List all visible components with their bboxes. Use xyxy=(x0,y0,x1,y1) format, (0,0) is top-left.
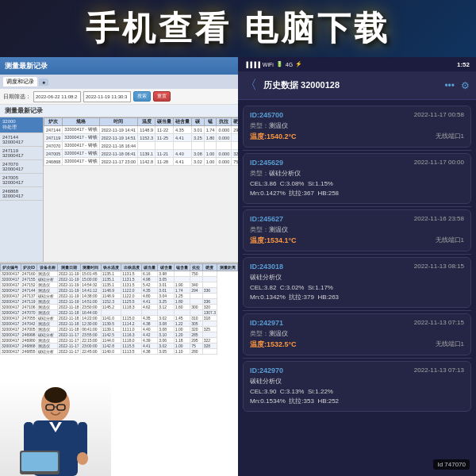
record-type-2: 类型：测温仪 xyxy=(250,225,464,234)
sh-col-9: 锰含量 xyxy=(174,264,190,271)
spreadsheet-cell-9: 1.00 xyxy=(174,344,190,349)
reset-button[interactable]: 重置 xyxy=(153,91,171,102)
settings-icon[interactable]: ⚙ xyxy=(461,80,470,91)
spreadsheet-cell-9: 1.00 xyxy=(174,327,190,332)
svg-rect-10 xyxy=(21,452,58,471)
spreadsheet-row: 32000417247152测温仪2022-11-1914:54:321135.… xyxy=(1,282,238,288)
furnace-item-5[interactable]: 24686832000417 xyxy=(0,187,43,201)
spreadsheet-cell-11 xyxy=(202,349,217,355)
table-cell-2: 2022-11-19 14:41 xyxy=(99,126,137,134)
more-icon[interactable]: ••• xyxy=(444,80,455,91)
spreadsheet-cell-8 xyxy=(158,310,174,316)
spreadsheet-cell-8: 3.10 xyxy=(158,332,174,338)
spreadsheet-cell-0: 32000417 xyxy=(1,294,21,299)
furnace-item-4[interactable]: 24700532000417 xyxy=(0,174,43,187)
spreadsheet-cell-6: 1115.0 xyxy=(121,316,142,321)
date-input-1[interactable]: 2022-06-22 11:08:2 xyxy=(33,91,81,102)
record-id-3: ID:243018 xyxy=(250,263,283,271)
furnace-item-2[interactable]: 24711932000417 xyxy=(0,147,43,160)
spreadsheet-cell-8: 3.12 xyxy=(158,305,174,310)
col-c: 碳 xyxy=(191,118,204,126)
record-data-5: CEL:3.90 C:3.13% Si:1.22% xyxy=(250,387,464,397)
spreadsheet-cell-9: 1.74 xyxy=(174,288,190,294)
record-id-5: ID:242970 xyxy=(250,367,283,374)
date-input-2[interactable]: 2022-11-19 11:30:3 xyxy=(83,91,131,102)
table-cell-0: 247070 xyxy=(44,142,63,150)
spreadsheet-cell-6: 1115.5 xyxy=(121,344,142,349)
spreadsheet-cell-11: 322 xyxy=(202,338,217,344)
table-cell-7: 1.74 xyxy=(204,126,217,134)
spreadsheet-cell-3: 2022-11-19 xyxy=(57,294,80,299)
spreadsheet-cell-1: 247144 xyxy=(21,288,36,294)
spreadsheet-cell-10 xyxy=(190,299,202,305)
record-data-row-0: 温度:1540.2°C 无线端口1 xyxy=(250,132,464,142)
spreadsheet-cell-6: 1113.5 xyxy=(121,349,142,355)
spreadsheet-cell-6: 1131.5 xyxy=(121,282,142,288)
record-card-5: ID:242970 2022-11-13 07:13 碳硅分析仪 CEL:3.9… xyxy=(243,361,471,412)
table-row: 24686832000417 - 铸铁2022-11-17 23:001142.… xyxy=(44,158,239,166)
record-datetime-5: 2022-11-13 07:13 xyxy=(414,367,464,374)
table-cell-5 xyxy=(173,142,191,150)
spreadsheet-cell-3: 2022-11-17 xyxy=(57,332,80,338)
divider-3 xyxy=(243,310,471,311)
spreadsheet-cell-11 xyxy=(202,271,217,277)
furnace-item-3[interactable]: 24707032000417 xyxy=(0,160,43,174)
spreadsheet-cell-0: 32000417 xyxy=(1,338,21,344)
furnace-item-1[interactable]: 24714432000417 xyxy=(0,133,43,147)
record-type-3: 碳硅分析仪 xyxy=(250,273,464,282)
record-id-0: ID:245700 xyxy=(250,111,283,119)
table-cell-0: 247005 xyxy=(44,150,63,158)
record-datetime-3: 2022-11-13 08:15 xyxy=(414,263,464,270)
table-row: 24714432000417 - 铸铁2022-11-19 14:411148.… xyxy=(44,126,239,134)
spreadsheet-cell-4: 14:22:00 xyxy=(81,316,102,321)
spreadsheet-cell-2: 测温仪 xyxy=(37,344,58,349)
spreadsheet-cell-9: 1.25 xyxy=(174,294,190,299)
spreadsheet-cell-0: 32000417 xyxy=(1,321,21,327)
record-header-3: ID:243018 2022-11-13 08:15 xyxy=(250,263,464,271)
spreadsheet-cell-8: 3.02 xyxy=(158,316,174,321)
spreadsheet-cell-2: 测温仪 xyxy=(37,327,58,332)
spreadsheet-cell-0: 32000417 xyxy=(1,327,21,332)
record-temp-2: 温度:1534.1°C xyxy=(250,236,297,246)
record-type-1: 类型：碳硅分析仪 xyxy=(250,169,464,178)
spreadsheet-cell-4: 14:38:00 xyxy=(81,294,102,299)
spreadsheet-cell-8: 3.08 xyxy=(158,321,174,327)
table-cell-3: 1152.3 xyxy=(138,134,155,142)
divider-1 xyxy=(243,206,471,207)
spreadsheet-cell-1: 247005 xyxy=(21,327,36,332)
back-button[interactable]: 〈 xyxy=(244,77,257,94)
spreadsheet-cell-3: 2022-11-19 xyxy=(57,299,80,305)
signal-strength: 4G xyxy=(286,62,293,67)
spreadsheet-cell-9: 1.20 xyxy=(174,332,190,338)
spreadsheet-cell-5: 1139.5 xyxy=(101,321,121,327)
spreadsheet-cell-7: 4.98 xyxy=(141,277,157,282)
main-content: 测量最新记录 调度和记录 ● 日期筛选： 2022-06-22 11:08:2 … xyxy=(0,57,476,476)
phone-content[interactable]: ID:245700 2022-11-17 00:58 类型：测温仪 温度:154… xyxy=(238,100,476,476)
spreadsheet-cell-5: 1142.5 xyxy=(101,332,121,338)
spreadsheet-cell-7: 4.41 xyxy=(141,299,157,305)
table-cell-7: 1.00 xyxy=(204,150,217,158)
sh-col-2: 设备名称 xyxy=(37,264,58,271)
spreadsheet-cell-0: 32000417 xyxy=(1,282,21,288)
spreadsheet-cell-2: 测温仪 xyxy=(37,310,58,316)
search-button[interactable]: 搜索 xyxy=(133,91,151,102)
tab-dot[interactable]: ● xyxy=(39,79,48,86)
table-row: 24700532000417 - 铸铁2022-11-18 06:411139.… xyxy=(44,150,239,158)
spreadsheet-row: 32000417247106测温仪2022-11-1823:50:001145.… xyxy=(1,305,238,310)
tab-dispatch[interactable]: 调度和记录 xyxy=(3,77,37,86)
date-filter-label: 日期筛选： xyxy=(3,93,31,101)
table-cell-9: 320 xyxy=(232,150,238,158)
record-data-row-4: 温度:1532.5°C 无线端口1 xyxy=(250,340,464,350)
spreadsheet-cell-10: 750 xyxy=(190,271,202,277)
record-data-1b: Mn:0.1427% 抗拉:367 HB:258 xyxy=(250,189,464,198)
spreadsheet-cell-11: 336 xyxy=(202,299,217,305)
furnace-item-0[interactable]: 32000待处理 xyxy=(0,117,43,133)
record-type-4: 类型：测温仪 xyxy=(250,329,464,338)
spreadsheet-cell-2: 碳硅分析 xyxy=(37,294,58,299)
spreadsheet-cell-3: 2022-11-17 xyxy=(57,338,80,344)
record-header-5: ID:242970 2022-11-13 07:13 xyxy=(250,367,464,374)
record-header-1: ID:245629 2022-11-17 00:00 xyxy=(250,159,464,167)
sh-col-8: 碳含量 xyxy=(158,264,174,271)
table-cell-1: 32000417 - 铸铁 xyxy=(63,142,99,150)
col-cel: 碳当量 xyxy=(155,118,173,126)
